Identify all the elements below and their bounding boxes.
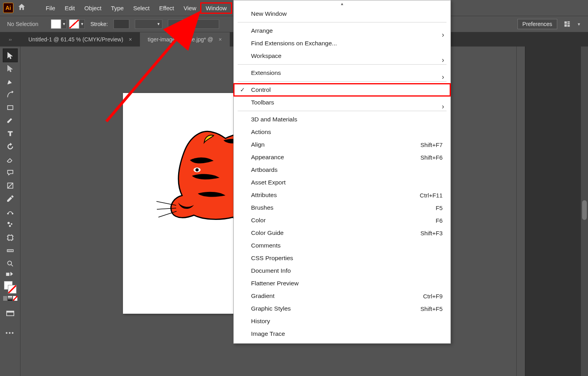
menu-separator [238,22,447,22]
screen-mode-icon[interactable] [3,307,17,320]
svg-rect-10 [6,273,9,275]
menu-window[interactable]: Window [201,3,231,13]
eyedropper-tool[interactable] [3,192,17,205]
menu-separator [238,111,447,111]
artboard-tool[interactable] [3,231,17,244]
menu-item-extensions[interactable]: Extensions [234,67,450,79]
menu-item-label: History [251,318,270,325]
menu-item-history[interactable]: History [234,315,450,328]
right-panel-dock [525,47,588,376]
direct-selection-tool[interactable] [3,62,17,75]
blend-tool[interactable] [3,205,17,218]
stroke-swatch[interactable] [69,19,79,29]
gradient-tool-tool[interactable] [3,179,17,192]
menu-select[interactable]: Select [128,3,154,13]
menu-item-control[interactable]: Control [234,84,450,96]
fill-swatch[interactable] [51,19,61,29]
chevron-down-icon[interactable]: ▼ [577,22,581,26]
curvature-tool[interactable] [3,88,17,101]
menu-file[interactable]: File [41,3,60,13]
paintbrush-tool[interactable] [3,114,17,127]
menu-item-shortcut: Shift+F5 [421,305,443,312]
menu-scroll-up-icon[interactable]: ▲ [234,0,450,7]
menu-item-label: Toolbars [251,99,274,106]
menu-item-shortcut: F6 [435,217,443,224]
svg-point-5 [11,223,12,224]
panel-dock-icon[interactable] [563,20,571,28]
rotate-tool[interactable] [3,140,17,153]
menu-item-align[interactable]: AlignShift+F7 [234,138,450,151]
document-tab[interactable]: Untitled-1 @ 61.45 % (CMYK/Preview)× [20,32,140,47]
menu-item-workspace[interactable]: Workspace [234,50,450,62]
menu-edit[interactable]: Edit [60,3,80,13]
fill-stroke-indicator[interactable] [3,280,17,294]
menu-item-find-extensions-on-exchange[interactable]: Find Extensions on Exchange... [234,37,450,50]
menu-item-toolbars[interactable]: Toolbars [234,96,450,109]
menu-object[interactable]: Object [80,3,106,13]
menu-item-label: Color [251,217,266,224]
close-icon[interactable]: × [129,36,132,43]
menu-item-brushes[interactable]: BrushesF5 [234,201,450,214]
swap-fill-stroke-icon[interactable] [3,270,17,278]
edit-toolbar-button[interactable]: ••• [3,322,17,335]
svg-rect-8 [7,249,13,251]
menu-item-gradient[interactable]: GradientCtrl+F9 [234,290,450,302]
preferences-button[interactable]: Preferences [517,19,557,29]
menu-item-shortcut: Shift+F3 [421,230,443,236]
stroke-label: Stroke: [90,21,108,27]
menu-item-label: CSS Properties [251,255,293,262]
stroke-profile-dropdown[interactable]: ▼ [135,19,162,29]
menu-item-label: Asset Export [251,179,286,186]
document-tab[interactable]: tiger-image-sample.jpg* @× [140,32,230,47]
menu-item-graphic-styles[interactable]: Graphic StylesShift+F5 [234,302,450,315]
menu-item-color-guide[interactable]: Color GuideShift+F3 [234,227,450,239]
menu-view[interactable]: View [179,3,201,13]
menu-item-flattener-preview[interactable]: Flattener Preview [234,277,450,290]
menu-item-image-trace[interactable]: Image Trace [234,328,450,340]
brush-definition-dropdown[interactable] [168,19,219,29]
menu-item-label: Align [251,141,264,148]
menu-item-3d-and-materials[interactable]: 3D and Materials [234,113,450,126]
menu-item-appearance[interactable]: AppearanceShift+F6 [234,151,450,164]
eraser-tool[interactable] [3,153,17,166]
menu-item-comments[interactable]: Comments [234,239,450,252]
right-scroll-gutter [516,47,525,376]
measure-tool[interactable] [3,244,17,257]
fill-dropdown-icon[interactable]: ▼ [61,19,67,29]
draw-modes[interactable] [3,296,17,302]
menu-type[interactable]: Type [106,3,128,13]
zoom-tool[interactable] [3,257,17,270]
menu-item-actions[interactable]: Actions [234,126,450,138]
stroke-weight-field[interactable] [114,19,129,29]
document-tab-label: Untitled-1 @ 61.45 % (CMYK/Preview) [28,36,123,43]
menu-item-label: Image Trace [251,330,285,337]
panel-expander-icon[interactable]: ›› [0,32,20,47]
pen-tool[interactable] [3,75,17,88]
menu-item-shortcut: Shift+F6 [421,154,443,161]
menu-item-asset-export[interactable]: Asset Export [234,176,450,189]
menu-item-document-info[interactable]: Document Info [234,264,450,277]
close-icon[interactable]: × [219,36,222,43]
menu-item-css-properties[interactable]: CSS Properties [234,252,450,264]
menu-item-label: Artboards [251,166,277,173]
symbol-sprayer-tool[interactable] [3,218,17,231]
selection-tool[interactable] [3,49,17,62]
rectangle-tool[interactable] [3,101,17,114]
menu-item-label: Color Guide [251,229,284,236]
menu-item-color[interactable]: ColorF6 [234,214,450,227]
menu-item-label: Actions [251,128,271,136]
type-tool[interactable] [3,127,17,140]
document-tab-label: tiger-image-sample.jpg* @ [148,36,213,43]
vertical-scrollbar[interactable] [581,47,588,376]
menu-item-new-window[interactable]: New Window [234,7,450,20]
speech-tool[interactable] [3,166,17,179]
menu-item-attributes[interactable]: AttributesCtrl+F11 [234,189,450,201]
menu-item-label: Workspace [251,52,281,60]
menu-item-artboards[interactable]: Artboards [234,164,450,176]
menu-item-label: Extensions [251,69,281,76]
menu-effect[interactable]: Effect [154,3,179,13]
menu-item-arrange[interactable]: Arrange [234,24,450,37]
stroke-dropdown-icon[interactable]: ▼ [79,19,85,29]
home-icon[interactable] [17,3,26,13]
toolbox: ••• [0,47,20,376]
